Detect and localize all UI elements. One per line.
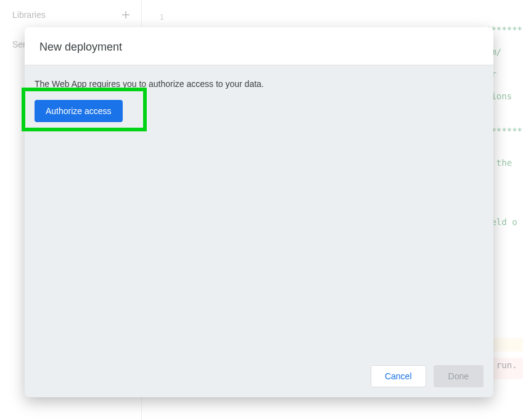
done-button: Done (434, 365, 484, 387)
new-deployment-modal: New deployment The Web App requires you … (25, 27, 493, 397)
modal-header: New deployment (25, 27, 493, 65)
modal-footer: Cancel Done (25, 363, 493, 397)
modal-body: The Web App requires you to authorize ac… (25, 65, 493, 363)
authorize-access-button[interactable]: Authorize access (35, 100, 123, 122)
modal-title: New deployment (39, 41, 479, 54)
auth-description: The Web App requires you to authorize ac… (35, 79, 484, 89)
cancel-button[interactable]: Cancel (371, 365, 426, 387)
